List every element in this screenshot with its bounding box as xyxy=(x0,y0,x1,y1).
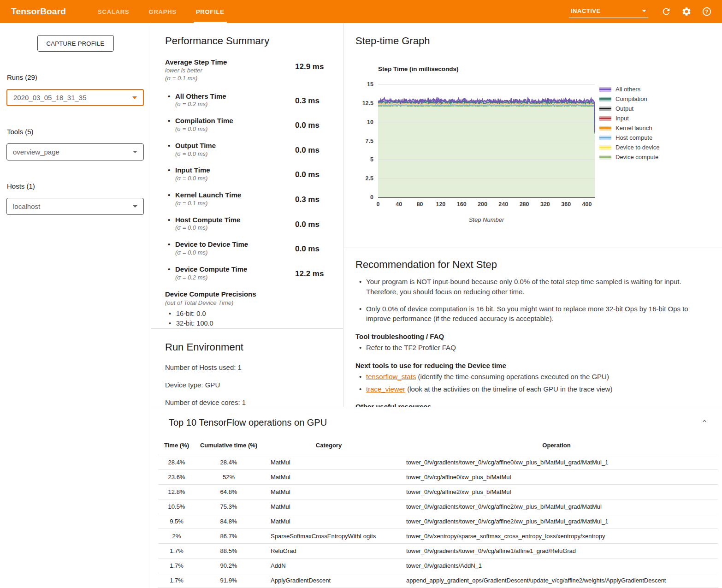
legend-label: Kernel launch xyxy=(615,125,652,131)
runs-label: Runs (29) xyxy=(7,73,144,81)
legend-swatch xyxy=(599,126,611,131)
left-column: Performance Summary Average Step Time lo… xyxy=(151,23,343,407)
top10-operations-card: Top 10 TensorFlow operations on GPU Time… xyxy=(151,407,722,588)
legend-item: Input xyxy=(599,113,659,123)
trace-viewer-link[interactable]: trace_viewer xyxy=(366,385,405,393)
precisions-note: (out of Total Device Time) xyxy=(165,299,337,306)
cell-time: 28.4% xyxy=(158,455,195,470)
cell-operation: tower_0/v/cg/affine2/xw_plus_b/MatMul xyxy=(395,485,718,499)
hosts-value: localhost xyxy=(13,202,40,210)
legend-label: Input xyxy=(615,115,629,122)
metric-row: All Others Time (σ = 0.2 ms) 0.3 ms xyxy=(165,92,337,109)
svg-text:80: 80 xyxy=(417,201,423,208)
cell-category: ApplyGradientDescent xyxy=(262,573,395,588)
table-header-row: Time (%) Cumulative time (%) Category Op… xyxy=(158,439,718,455)
metric-sigma: (σ = 0.2 ms) xyxy=(175,274,295,282)
gear-icon[interactable] xyxy=(681,6,692,17)
run-env-line: Number of device cores: 1 xyxy=(165,398,334,406)
tensorflow-stats-link[interactable]: tensorflow_stats xyxy=(366,373,416,380)
recommendation-bullet: Only 0.0% of device computation is 16 bi… xyxy=(366,304,708,324)
svg-text:?: ? xyxy=(705,9,708,14)
app-title: TensorBoard xyxy=(11,6,66,17)
metric-sigma: (σ = 0.0 ms) xyxy=(175,249,295,257)
svg-text:5: 5 xyxy=(370,156,373,163)
metric-sigma: (σ = 0.0 ms) xyxy=(175,150,295,158)
sidebar: CAPTURE PROFILE Runs (29) 2020_03_05_18_… xyxy=(0,23,151,588)
recommendation-bullet: Your program is NOT input-bound because … xyxy=(366,277,708,297)
tab-profile[interactable]: PROFILE xyxy=(186,0,234,23)
svg-text:120: 120 xyxy=(436,201,445,208)
tab-graphs[interactable]: GRAPHS xyxy=(139,0,186,23)
metric-label: Host Compute Time xyxy=(175,216,295,225)
runs-dropdown[interactable]: 2020_03_05_18_31_35 xyxy=(6,89,144,106)
precisions-title: Device Compute Precisions xyxy=(165,290,337,299)
refresh-icon[interactable] xyxy=(661,6,671,17)
table-row: 10.5%75.3%MatMultower_0/v/gradients/towe… xyxy=(158,499,718,514)
cell-category: AddN xyxy=(262,558,395,573)
device-compute-precisions: Device Compute Precisions (out of Total … xyxy=(165,290,337,328)
legend-item: All others xyxy=(599,84,659,94)
precision-item: 32-bit: 100.0 xyxy=(169,319,337,328)
table-row: 23.6%52%MatMultower_0/v/cg/affine0/xw_pl… xyxy=(158,470,718,485)
step-time-graph-card: Step-time Graph Step Time (in millisecon… xyxy=(343,23,722,248)
chevron-down-icon xyxy=(132,96,137,99)
svg-text:280: 280 xyxy=(520,201,529,208)
table-row: 2%86.7%SparseSoftmaxCrossEntropyWithLogi… xyxy=(158,529,718,544)
svg-text:400: 400 xyxy=(582,201,592,208)
cell-cumulative: 84.8% xyxy=(195,514,262,529)
cell-cumulative: 91.9% xyxy=(195,573,262,588)
metric-label: Device Compute Time xyxy=(175,265,295,274)
help-icon[interactable]: ? xyxy=(701,6,712,17)
top10-title: Top 10 TensorFlow operations on GPU xyxy=(169,417,718,428)
table-row: 12.8%64.8%MatMultower_0/v/cg/affine2/xw_… xyxy=(158,485,718,499)
legend-swatch xyxy=(599,116,611,121)
metric-label: Input Time xyxy=(175,166,295,175)
metric-sigma: (σ = 0.2 ms) xyxy=(175,101,295,108)
status-value: INACTIVE xyxy=(571,7,601,14)
col-operation: Operation xyxy=(395,439,718,455)
chevron-up-icon xyxy=(701,417,708,425)
cell-time: 10.5% xyxy=(158,499,195,514)
col-category: Category xyxy=(262,439,395,455)
status-dropdown[interactable]: INACTIVE xyxy=(569,6,648,18)
svg-text:10: 10 xyxy=(367,119,373,125)
svg-text:Step Number: Step Number xyxy=(469,216,504,223)
avg-step-time-row: Average Step Time lower is better (σ = 0… xyxy=(165,58,337,83)
step-time-chart: Step Time (in milliseconds)02.557.51012.… xyxy=(353,64,611,226)
app-header: TensorBoard SCALARS GRAPHS PROFILE INACT… xyxy=(0,0,722,23)
legend-item: Device to device xyxy=(599,143,659,152)
metric-value: 0.0 ms xyxy=(295,166,320,183)
header-actions: INACTIVE ? xyxy=(569,0,712,23)
cell-category: SparseSoftmaxCrossEntropyWithLogits xyxy=(262,529,395,544)
cell-operation: tower_0/v/cg/affine0/xw_plus_b/MatMul xyxy=(395,470,718,485)
metric-value: 0.0 ms xyxy=(295,240,320,257)
right-column: Step-time Graph Step Time (in millisecon… xyxy=(343,23,722,407)
svg-text:2.5: 2.5 xyxy=(366,175,373,182)
tab-bar: SCALARS GRAPHS PROFILE xyxy=(88,0,234,23)
tools-dropdown[interactable]: overview_page xyxy=(6,143,144,160)
cell-operation: tower_0/v/gradients/AddN_1 xyxy=(395,558,718,573)
capture-profile-button[interactable]: CAPTURE PROFILE xyxy=(37,35,114,52)
cell-time: 2% xyxy=(158,529,195,544)
tab-scalars[interactable]: SCALARS xyxy=(88,0,139,23)
tool-description: (identify the time-consuming operations … xyxy=(418,373,609,380)
metric-sigma: (σ = 0.1 ms) xyxy=(175,200,295,208)
cell-cumulative: 90.2% xyxy=(195,558,262,573)
cell-cumulative: 52% xyxy=(195,470,262,485)
metric-value: 0.0 ms xyxy=(295,117,320,133)
recommendation-card: Recommendation for Next Step Your progra… xyxy=(343,248,722,407)
metric-value: 0.3 ms xyxy=(295,92,320,109)
cell-time: 1.7% xyxy=(158,573,195,588)
metric-value: 12.9 ms xyxy=(295,58,324,83)
collapse-section-button[interactable] xyxy=(700,416,709,426)
svg-text:Step Time (in milliseconds): Step Time (in milliseconds) xyxy=(378,65,459,72)
main-content: Performance Summary Average Step Time lo… xyxy=(151,23,722,588)
svg-text:200: 200 xyxy=(478,201,487,208)
metric-row: Device Compute Time (σ = 0.2 ms) 12.2 ms xyxy=(165,265,337,282)
legend-swatch xyxy=(599,145,611,150)
hosts-dropdown[interactable]: localhost xyxy=(6,198,144,215)
tool-description: (look at the activities on the timeline … xyxy=(407,385,612,393)
next-tools-heading: Next tools to use for reducing the Devic… xyxy=(355,362,708,369)
metric-label: Kernel Launch Time xyxy=(175,191,295,200)
svg-text:7.5: 7.5 xyxy=(366,138,373,144)
